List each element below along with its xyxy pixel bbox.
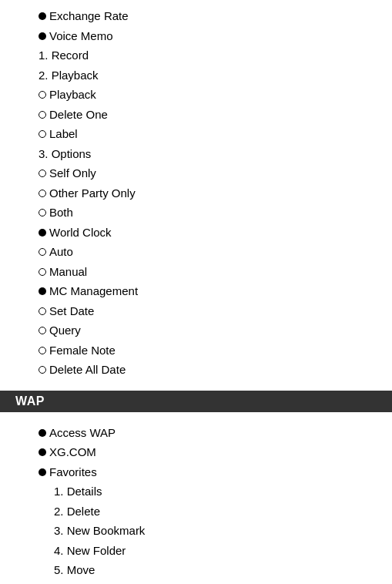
list-item: Female Note xyxy=(15,341,377,361)
list-item: 6. Move to Folder xyxy=(15,580,377,585)
bullet-circle-icon xyxy=(39,347,46,354)
item-text: MC Management xyxy=(49,284,138,297)
bullet-circle-icon xyxy=(39,248,46,256)
item-text: Exchange Rate xyxy=(49,9,129,22)
list-item: 4. New Folder xyxy=(15,541,377,561)
item-text: 2. Playback xyxy=(39,69,99,82)
item-text: Favorites xyxy=(49,465,97,478)
bullet-filled-icon xyxy=(39,287,46,295)
wap-section-header: WAP xyxy=(0,391,392,412)
list-item: 5. Move xyxy=(15,560,377,580)
list-item: Access WAP xyxy=(15,423,377,443)
list-item: 3. New Bookmark xyxy=(15,521,377,541)
bullet-circle-icon xyxy=(39,91,46,99)
list-item: Delete One xyxy=(15,105,377,125)
item-text: Female Note xyxy=(49,344,116,357)
list-item: Self Only xyxy=(15,163,377,183)
list-item: Favorites xyxy=(15,462,377,482)
item-text: 1. Details xyxy=(54,485,102,498)
list-item: Exchange Rate xyxy=(15,6,377,26)
list-item: Manual xyxy=(15,262,377,282)
list-item: Delete All Date xyxy=(15,360,377,380)
item-text: 1. Record xyxy=(39,49,89,62)
list-item: Both xyxy=(15,203,377,223)
list-item: Auto xyxy=(15,242,377,262)
list-item: Voice Memo xyxy=(15,26,377,46)
list-item: 2. Delete xyxy=(15,502,377,522)
item-text: Both xyxy=(49,206,73,219)
bullet-filled-icon xyxy=(39,229,46,237)
item-text: Playback xyxy=(49,88,96,101)
item-text: 2. Delete xyxy=(54,505,100,518)
item-text: Auto xyxy=(49,245,73,258)
item-text: Self Only xyxy=(49,166,96,180)
bullet-circle-icon xyxy=(39,111,46,119)
list-item: MC Management xyxy=(15,281,377,301)
bullet-circle-icon xyxy=(39,268,46,276)
list-item: 1. Record xyxy=(15,45,377,65)
list-item: 2. Playback xyxy=(15,65,377,86)
bullet-filled-icon xyxy=(39,12,46,20)
bullet-circle-icon xyxy=(39,327,46,334)
list-item: Other Party Only xyxy=(15,183,377,203)
item-text: Label xyxy=(49,127,78,140)
item-text: Delete One xyxy=(49,108,108,121)
bullet-circle-icon xyxy=(39,209,46,216)
list-item: Playback xyxy=(15,85,377,105)
item-text: Other Party Only xyxy=(49,186,136,200)
list-item: Label xyxy=(15,124,377,144)
bullet-circle-icon xyxy=(39,130,46,138)
item-text: 4. New Folder xyxy=(54,544,126,557)
list-item: 3. Options xyxy=(15,144,377,164)
bullet-circle-icon xyxy=(39,307,46,315)
list-item: 1. Details xyxy=(15,482,377,502)
item-text: Manual xyxy=(49,265,87,278)
main-content: Exchange RateVoice Memo1. Record2. Playb… xyxy=(0,0,392,386)
item-text: 3. New Bookmark xyxy=(54,524,145,537)
list-item: Query xyxy=(15,321,377,341)
bullet-filled-icon xyxy=(39,32,46,40)
bullet-filled-icon xyxy=(39,468,46,476)
item-text: Voice Memo xyxy=(49,29,113,42)
list-item: XG.COM xyxy=(15,442,377,462)
item-text: XG.COM xyxy=(49,445,96,458)
item-text: 3. Options xyxy=(39,147,91,160)
item-text: 5. Move xyxy=(54,563,95,576)
wap-content: Access WAPXG.COMFavorites1. Details2. De… xyxy=(0,417,392,585)
item-text: World Clock xyxy=(49,226,112,239)
list-item: Set Date xyxy=(15,301,377,321)
list-item: World Clock xyxy=(15,223,377,243)
item-text: Access WAP xyxy=(49,426,116,439)
bullet-filled-icon xyxy=(39,429,46,437)
bullet-circle-icon xyxy=(39,366,46,374)
item-text: Query xyxy=(49,324,81,337)
item-text: Set Date xyxy=(49,304,94,317)
bullet-circle-icon xyxy=(39,169,46,177)
bullet-circle-icon xyxy=(39,190,46,197)
item-text: Delete All Date xyxy=(49,363,126,376)
bullet-filled-icon xyxy=(39,448,46,456)
